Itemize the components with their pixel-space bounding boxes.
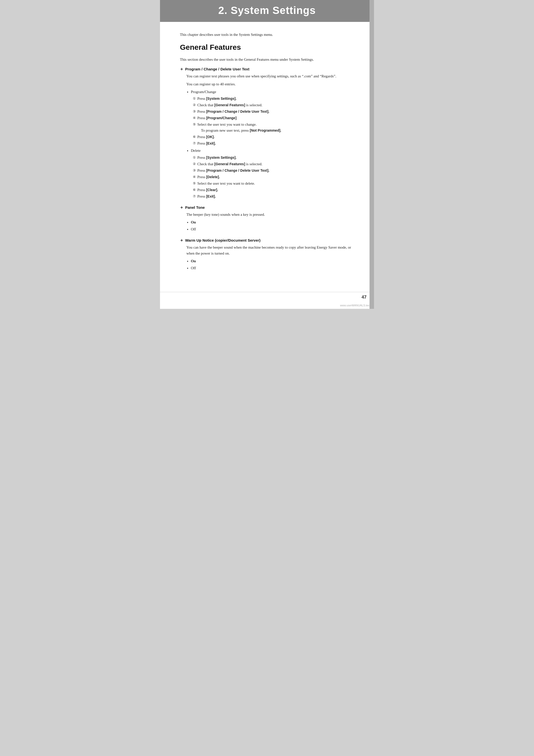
feature-desc-3: You can have the beeper sound when the m… <box>186 244 354 256</box>
step-num-7: ⑦ <box>193 141 196 146</box>
del-step-2: ② Check that [General Features] is selec… <box>193 161 354 167</box>
sub-label-delete: Delete <box>191 148 200 152</box>
sub-label-program-change: Program/Change <box>191 90 216 94</box>
del-step-num-4: ④ <box>193 175 196 180</box>
bullet-on-2: On <box>191 258 354 264</box>
step-4: ④ Press [Program/Change] <box>193 115 354 121</box>
step-3: ③ Press [Program / Change / Delete User … <box>193 109 354 115</box>
del-step-bold-3: [Program / Change / Delete User Text]. <box>206 169 269 173</box>
del-step-7: ⑦ Press [Exit]. <box>193 193 354 199</box>
step-bold-7: [Exit]. <box>206 141 216 145</box>
feature-desc-2: The beeper (key tone) sounds when a key … <box>186 211 354 218</box>
feature-title-3: ✦ Warm Up Notice (copier/Document Server… <box>180 238 354 243</box>
del-step-bold-7: [Exit]. <box>206 194 216 198</box>
page-content: This chapter describes user tools in the… <box>160 22 374 292</box>
right-border <box>369 0 374 309</box>
del-step-3: ③ Press [Program / Change / Delete User … <box>193 168 354 174</box>
step-1: ① Press [System Settings]. <box>193 95 354 101</box>
program-change-steps: ① Press [System Settings]. ② Check that … <box>193 95 354 146</box>
del-step-bold-2: [General Features] <box>214 162 245 166</box>
panel-tone-bullets: On Off <box>191 220 354 232</box>
sub-item-program-change: Program/Change ① Press [System Settings]… <box>191 89 354 147</box>
del-step-bold-1: [System Settings]. <box>206 155 236 159</box>
step-num-4: ④ <box>193 116 196 121</box>
del-step-bold-6: [Clear]. <box>206 188 218 192</box>
del-step-bold-4: [Delete]. <box>206 175 220 179</box>
feature-title-1: ✦ Program / Change / Delete User Text <box>180 67 354 72</box>
step-bold-4: [Program/Change] <box>206 116 236 120</box>
step-bold-3: [Program / Change / Delete User Text]. <box>206 110 269 114</box>
step-num-2: ② <box>193 102 196 108</box>
step-bold-1: [System Settings]. <box>206 96 236 100</box>
step-bold-2: [General Features] <box>214 103 245 107</box>
del-step-num-5: ⑤ <box>193 181 196 186</box>
sub-list-1: Program/Change ① Press [System Settings]… <box>191 89 354 199</box>
step-num-1: ① <box>193 96 196 101</box>
del-step-4: ④ Press [Delete]. <box>193 174 354 180</box>
step-bold-5: [Not Programmed]. <box>250 128 281 132</box>
feature-warm-up: ✦ Warm Up Notice (copier/Document Server… <box>180 238 354 271</box>
del-step-num-1: ① <box>193 155 196 160</box>
section-title: General Features <box>180 43 354 51</box>
feature-title-2: ✦ Panel Tone <box>180 205 354 210</box>
del-step-num-6: ⑥ <box>193 187 196 193</box>
diamond-icon-2: ✦ <box>180 205 183 210</box>
diamond-icon-1: ✦ <box>180 67 183 72</box>
intro-text: This chapter describes user tools in the… <box>180 32 354 38</box>
feature-desc-1a: You can register text phrases you often … <box>186 73 354 79</box>
step-6: ⑥ Press [OK]. <box>193 134 354 140</box>
step-5: ⑤ Select the user text you want to chang… <box>193 122 354 133</box>
page-footer: 47 <box>160 292 374 303</box>
del-step-6: ⑥ Press [Clear]. <box>193 187 354 193</box>
feature-program-change-delete: ✦ Program / Change / Delete User Text Yo… <box>180 67 354 199</box>
del-step-1: ① Press [System Settings]. <box>193 154 354 160</box>
step-num-3: ③ <box>193 109 196 114</box>
bullet-on-1: On <box>191 220 354 225</box>
feature-panel-tone: ✦ Panel Tone The beeper (key tone) sound… <box>180 205 354 232</box>
del-step-num-3: ③ <box>193 168 196 173</box>
bullet-off-1: Off <box>191 227 354 232</box>
step-bold-6: [OK]. <box>206 135 215 139</box>
del-step-num-7: ⑦ <box>193 194 196 199</box>
del-step-num-2: ② <box>193 161 196 167</box>
page-title: 2. System Settings <box>170 5 364 16</box>
warm-up-bullets: On Off <box>191 258 354 271</box>
bullet-off-2: Off <box>191 265 354 271</box>
step-2: ② Check that [General Features] is selec… <box>193 102 354 108</box>
diamond-icon-3: ✦ <box>180 238 183 243</box>
del-step-5: ⑤ Select the user text you want to delet… <box>193 180 354 186</box>
footer-url: www.userMANUALS.tec <box>160 303 374 309</box>
page-number: 47 <box>361 295 366 300</box>
sub-item-delete: Delete ① Press [System Settings]. ② Chec… <box>191 148 354 199</box>
page-header: 2. System Settings <box>160 0 374 22</box>
feature-desc-1b: You can register up to 40 entries. <box>186 81 354 87</box>
delete-steps: ① Press [System Settings]. ② Check that … <box>193 154 354 199</box>
step-7: ⑦ Press [Exit]. <box>193 140 354 146</box>
section-intro: This section describes the user tools in… <box>180 57 354 63</box>
step-num-5: ⑤ <box>193 122 196 127</box>
page-wrapper: 2. System Settings This chapter describe… <box>160 0 374 309</box>
step-num-6: ⑥ <box>193 134 196 140</box>
